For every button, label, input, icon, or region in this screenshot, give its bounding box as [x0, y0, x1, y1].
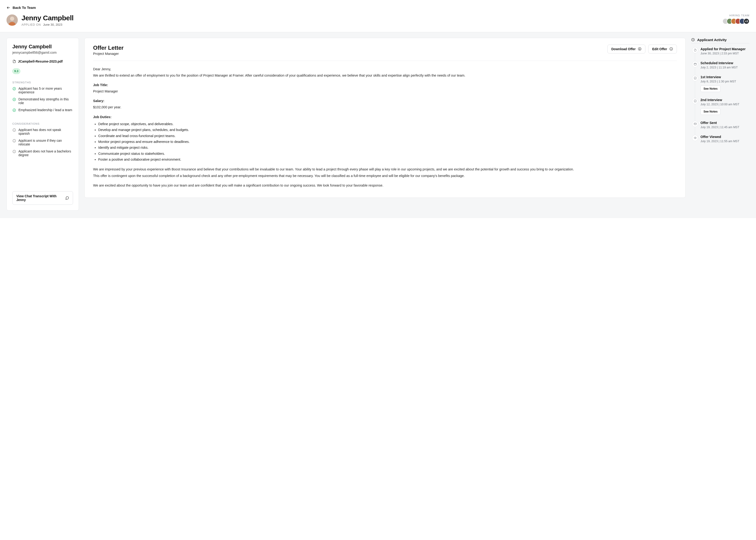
svg-point-2	[10, 17, 14, 21]
edit-offer-label: Edit Offer	[652, 47, 667, 51]
duties-label: Job Duties:	[93, 115, 112, 119]
applied-on-label: APPLIED ON	[22, 23, 41, 26]
back-label: Back To Team	[13, 6, 36, 10]
chat-icon	[65, 196, 69, 200]
offer-letter-card: Offer Letter Project Manager Download Of…	[84, 38, 686, 198]
svg-rect-23	[694, 77, 696, 79]
clock-icon	[691, 38, 695, 42]
job-title-value: Project Manager	[93, 89, 677, 94]
resume-filename: JCampbell-Resume-2023.pdf	[18, 60, 62, 63]
download-icon	[638, 47, 641, 51]
consideration-text: Applicant does not have a bachelors degr…	[18, 149, 73, 157]
svg-point-4	[13, 98, 16, 101]
duties-list: Define project scope, objectives, and de…	[98, 121, 677, 163]
doc-icon	[692, 47, 698, 53]
chevron-down-icon	[669, 47, 673, 51]
hiring-team-more[interactable]: +3	[743, 18, 749, 24]
applied-on-date: June 30, 2023	[43, 23, 62, 26]
score-badge: 9.3	[12, 68, 20, 74]
applied-on-line: APPLIED ON June 30, 2023	[22, 23, 73, 26]
duty-item: Define project scope, objectives, and de…	[98, 121, 677, 127]
see-notes-button[interactable]: See Notes	[701, 108, 720, 115]
activity-title: Offer Sent	[701, 121, 749, 125]
activity-date: July 2, 2023 | 11:19 am MST	[701, 66, 749, 69]
note-icon	[692, 75, 698, 81]
activity-item: 1st InterviewJuly 8, 2023 | 1:30 pm MSTS…	[692, 75, 749, 98]
letter-closing-3: We are excited about the opportunity to …	[93, 183, 677, 188]
duty-item: Foster a positive and collaborative proj…	[98, 157, 677, 163]
svg-rect-19	[694, 63, 696, 66]
check-circle-icon	[12, 87, 16, 90]
consideration-text: Applicant is unsure if they can relocate	[18, 139, 73, 146]
activity-heading: Applicant Activity	[697, 38, 727, 42]
activity-item: Scheduled InterviewJuly 2, 2023 | 11:19 …	[692, 61, 749, 75]
duty-item: Monitor project progress and ensure adhe…	[98, 139, 677, 145]
activity-title: Offer Viewed	[701, 135, 749, 139]
strength-text: Applicant has 5 or more years experience	[18, 86, 73, 94]
calendar-icon	[692, 61, 698, 67]
profile-email: jennycampbell56@gamil.com	[12, 51, 73, 55]
salary-value: $102,000 per year.	[93, 105, 677, 110]
svg-point-3	[13, 87, 16, 90]
activity-date: July 12, 2023 | 10:00 am MST	[701, 103, 749, 106]
profile-name: Jenny Campbell	[12, 44, 73, 50]
offer-subtitle: Project Manager	[93, 52, 124, 56]
salary-label: Salary:	[93, 99, 104, 103]
offer-letter-body: Dear Jenny, We are thrilled to extend an…	[93, 67, 677, 189]
arrow-left-icon	[7, 6, 10, 10]
strength-item: Applicant has 5 or more years experience	[12, 86, 73, 94]
download-offer-button[interactable]: Download Offer	[607, 45, 645, 54]
edit-offer-button[interactable]: Edit Offer	[648, 45, 677, 54]
activity-title: 2nd Interview	[701, 98, 749, 102]
see-notes-button[interactable]: See Notes	[701, 85, 720, 92]
check-circle-icon	[12, 108, 16, 112]
note-icon	[692, 98, 698, 104]
strength-item: Demonstrated key strengths in this role	[12, 97, 73, 105]
duty-item: Communicate project status to stakeholde…	[98, 151, 677, 157]
job-title-label: Job Title:	[93, 83, 108, 87]
eye-icon	[692, 135, 698, 141]
letter-intro: We are thrilled to extend an offer of em…	[93, 73, 677, 78]
activity-date: July 19, 2023 | 11:55 am MST	[701, 140, 749, 143]
document-icon	[12, 60, 16, 63]
view-transcript-button[interactable]: View Chat Transcript With Jenny	[12, 191, 73, 205]
consideration-item: Applicant does not have a bachelors degr…	[12, 149, 73, 157]
svg-point-17	[670, 48, 673, 51]
duty-item: Identify and mitigate project risks.	[98, 145, 677, 151]
svg-point-5	[13, 109, 16, 112]
strength-item: Emphasized leadership / lead a team	[12, 108, 73, 112]
letter-greeting: Dear Jenny,	[93, 67, 677, 72]
hiring-team-label: HIRING TEAM	[722, 14, 749, 17]
letter-closing-1: We are impressed by your previous experi…	[93, 167, 677, 172]
page-title: Jenny Campbell	[22, 14, 73, 22]
download-offer-label: Download Offer	[611, 47, 636, 51]
duty-item: Develop and manage project plans, schedu…	[98, 127, 677, 133]
back-to-team-link[interactable]: Back To Team	[7, 6, 36, 10]
candidate-avatar	[7, 15, 18, 26]
consideration-item: Applicant is unsure if they can relocate	[12, 139, 73, 146]
considerations-label: CONSIDERATIONS	[12, 122, 73, 125]
activity-item: Applied for Project ManagerJune 30, 2023…	[692, 47, 749, 61]
activity-title: 1st Interview	[701, 75, 749, 79]
strength-text: Demonstrated key strengths in this role	[18, 97, 73, 105]
strength-text: Emphasized leadership / lead a team	[18, 108, 72, 112]
svg-point-26	[695, 138, 695, 138]
duty-item: Coordinate and lead cross-functional pro…	[98, 133, 677, 139]
letter-closing-2: This offer is contingent upon the succes…	[93, 173, 677, 179]
info-circle-icon	[12, 128, 16, 132]
activity-title: Scheduled Interview	[701, 61, 749, 65]
divider	[691, 43, 749, 44]
svg-rect-24	[694, 100, 696, 102]
activity-item: Offer SentJuly 19, 2023 | 11:45 am MST	[692, 121, 749, 135]
strengths-label: STRENGTHS	[12, 81, 73, 84]
activity-date: July 19, 2023 | 11:45 am MST	[701, 126, 749, 129]
profile-card: Jenny Campbell jennycampbell56@gamil.com…	[7, 38, 79, 210]
hiring-team-avatars[interactable]: +3	[722, 18, 749, 24]
resume-link[interactable]: JCampbell-Resume-2023.pdf	[12, 60, 73, 63]
offer-title: Offer Letter	[93, 45, 124, 51]
activity-panel: Applicant Activity Applied for Project M…	[691, 38, 749, 149]
check-circle-icon	[12, 97, 16, 101]
activity-item: 2nd InterviewJuly 12, 2023 | 10:00 am MS…	[692, 98, 749, 121]
mail-icon	[692, 121, 698, 127]
transcript-button-label: View Chat Transcript With Jenny	[16, 194, 63, 202]
